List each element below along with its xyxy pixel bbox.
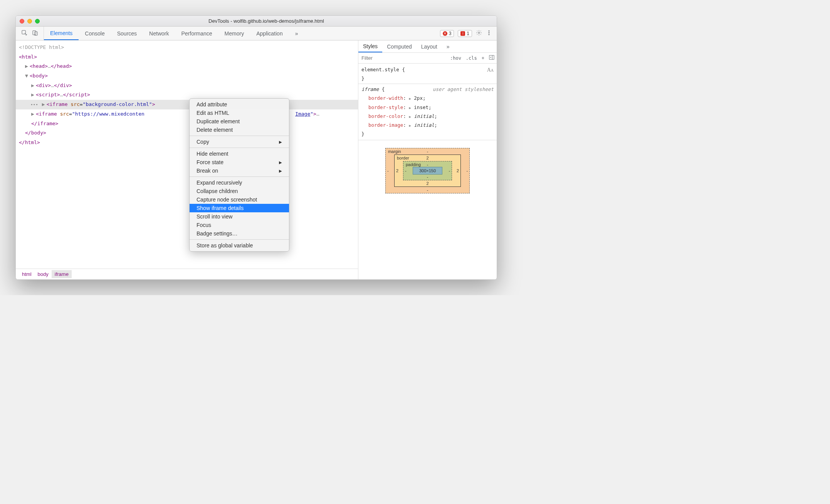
iframe-src-link[interactable]: background-color.html bbox=[86, 101, 149, 107]
element-style-selector: element.style bbox=[361, 67, 399, 72]
tab-network[interactable]: Network bbox=[143, 27, 175, 40]
cls-button[interactable]: .cls bbox=[464, 55, 479, 61]
menu-capture-screenshot[interactable]: Capture node screenshot bbox=[190, 195, 289, 204]
titlebar: DevTools - wolfib.github.io/web-demos/js… bbox=[16, 16, 497, 27]
filter-input[interactable] bbox=[358, 55, 448, 61]
styles-rules[interactable]: element.style {AA } iframe { user agent … bbox=[358, 64, 497, 140]
menu-expand-recursively[interactable]: Expand recursively bbox=[190, 178, 289, 187]
elements-pane: <!DOCTYPE html> <html> ▶<head>…</head> ▼… bbox=[16, 40, 358, 279]
traffic-lights bbox=[20, 19, 40, 24]
menu-hide-element[interactable]: Hide element bbox=[190, 150, 289, 158]
settings-icon[interactable] bbox=[476, 30, 482, 37]
expand-icon[interactable]: ▶ bbox=[31, 81, 36, 91]
chevron-right-icon: ▶ bbox=[279, 160, 282, 165]
issue-count: 1 bbox=[467, 31, 469, 36]
styles-tabs: Styles Computed Layout » bbox=[358, 40, 497, 53]
menu-separator bbox=[190, 176, 289, 177]
main-tabs: Elements Console Sources Network Perform… bbox=[44, 27, 435, 40]
chevron-right-icon: ▶ bbox=[279, 169, 282, 173]
selected-node[interactable]: ••• ▶<iframe src="background-color.html"… bbox=[16, 100, 358, 109]
context-menu: Add attribute Edit as HTML Duplicate ele… bbox=[189, 98, 289, 252]
close-icon[interactable] bbox=[20, 19, 24, 24]
tab-layout[interactable]: Layout bbox=[417, 40, 442, 52]
menu-store-global[interactable]: Store as global variable bbox=[190, 241, 289, 250]
error-badge[interactable]: ✕ 3 bbox=[440, 30, 454, 37]
menu-delete-element[interactable]: Delete element bbox=[190, 126, 289, 134]
doctype: <!DOCTYPE html> bbox=[19, 44, 64, 50]
error-icon: ✕ bbox=[443, 31, 447, 36]
font-size-icon[interactable]: AA bbox=[487, 65, 494, 75]
box-model-content: 300×150 bbox=[413, 167, 442, 175]
devtools-window: DevTools - wolfib.github.io/web-demos/js… bbox=[15, 15, 497, 280]
iframe-src-link[interactable]: https://www.mixedconten bbox=[75, 111, 144, 117]
sidebar-toggle-icon[interactable] bbox=[487, 55, 497, 61]
svg-point-3 bbox=[478, 32, 480, 34]
tab-memory[interactable]: Memory bbox=[218, 27, 250, 40]
inspect-icon[interactable] bbox=[21, 30, 27, 37]
tab-application[interactable]: Application bbox=[250, 27, 289, 40]
menu-add-attribute[interactable]: Add attribute bbox=[190, 100, 289, 109]
more-icon[interactable] bbox=[486, 30, 492, 37]
menu-badge-settings[interactable]: Badge settings… bbox=[190, 229, 289, 238]
menu-separator bbox=[190, 239, 289, 240]
box-model[interactable]: margin - - - - border 2 2 2 2 padding - bbox=[358, 140, 497, 201]
device-toggle-icon[interactable] bbox=[32, 30, 38, 37]
ua-stylesheet-label: user agent stylesheet bbox=[433, 85, 494, 94]
gutter-dots-icon: ••• bbox=[30, 102, 38, 107]
minimize-icon[interactable] bbox=[27, 19, 32, 24]
menu-separator bbox=[190, 148, 289, 148]
menu-duplicate-element[interactable]: Duplicate element bbox=[190, 117, 289, 126]
issue-icon: ! bbox=[460, 31, 465, 36]
content: <!DOCTYPE html> <html> ▶<head>…</head> ▼… bbox=[16, 40, 497, 279]
tab-computed[interactable]: Computed bbox=[382, 40, 417, 52]
chevron-right-icon: ▶ bbox=[279, 140, 282, 144]
svg-rect-1 bbox=[33, 31, 36, 35]
styles-pane: Styles Computed Layout » :hov .cls + ele… bbox=[358, 40, 497, 279]
svg-point-5 bbox=[489, 32, 489, 33]
menu-show-iframe-details[interactable]: Show iframe details bbox=[190, 204, 289, 212]
menu-force-state[interactable]: Force state▶ bbox=[190, 158, 289, 166]
breadcrumbs: html body iframe bbox=[16, 269, 358, 279]
expand-icon[interactable]: ▶ bbox=[25, 62, 30, 71]
menu-focus[interactable]: Focus bbox=[190, 221, 289, 229]
expand-icon[interactable]: ▶ bbox=[31, 109, 36, 119]
menu-edit-as-html[interactable]: Edit as HTML bbox=[190, 109, 289, 117]
tab-sources[interactable]: Sources bbox=[111, 27, 143, 40]
new-rule-button[interactable]: + bbox=[479, 55, 487, 61]
menu-collapse-children[interactable]: Collapse children bbox=[190, 187, 289, 195]
crumb-iframe[interactable]: iframe bbox=[52, 270, 72, 278]
menu-scroll-into-view[interactable]: Scroll into view bbox=[190, 212, 289, 221]
tabs-overflow-icon[interactable]: » bbox=[289, 27, 304, 40]
issue-badge[interactable]: ! 1 bbox=[458, 30, 472, 37]
error-count: 3 bbox=[449, 31, 452, 36]
html-open: <html> bbox=[19, 54, 37, 60]
tab-styles[interactable]: Styles bbox=[358, 40, 382, 52]
menu-copy[interactable]: Copy▶ bbox=[190, 138, 289, 146]
dom-tree[interactable]: <!DOCTYPE html> <html> ▶<head>…</head> ▼… bbox=[16, 40, 358, 269]
menu-break-on[interactable]: Break on▶ bbox=[190, 166, 289, 175]
window-title: DevTools - wolfib.github.io/web-demos/js… bbox=[40, 18, 493, 24]
hov-button[interactable]: :hov bbox=[448, 55, 464, 61]
svg-point-6 bbox=[489, 34, 489, 35]
zoom-icon[interactable] bbox=[35, 19, 40, 24]
svg-point-4 bbox=[489, 30, 489, 31]
expand-icon[interactable]: ▶ bbox=[31, 90, 36, 100]
styles-tabs-overflow-icon[interactable]: » bbox=[442, 40, 454, 52]
toolbar: Elements Console Sources Network Perform… bbox=[16, 27, 497, 40]
crumb-html[interactable]: html bbox=[19, 270, 35, 278]
menu-separator bbox=[190, 136, 289, 136]
tab-console[interactable]: Console bbox=[79, 27, 111, 40]
expand-icon[interactable]: ▶ bbox=[42, 100, 47, 109]
collapse-icon[interactable]: ▼ bbox=[25, 71, 30, 81]
crumb-body[interactable]: body bbox=[35, 270, 52, 278]
filter-row: :hov .cls + bbox=[358, 53, 497, 64]
tab-elements[interactable]: Elements bbox=[44, 27, 79, 40]
iframe-selector: iframe bbox=[361, 86, 379, 92]
tab-performance[interactable]: Performance bbox=[175, 27, 218, 40]
